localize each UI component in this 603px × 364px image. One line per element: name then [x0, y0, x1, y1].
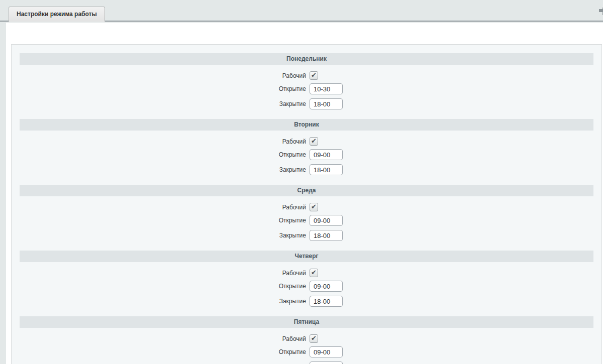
closing-time-input[interactable]: [310, 296, 343, 307]
closing-label: Закрытие: [20, 166, 306, 173]
working-label: Рабочий: [20, 335, 306, 342]
working-label: Рабочий: [20, 72, 306, 79]
day-section-header: Среда: [20, 185, 593, 196]
working-checkbox[interactable]: [310, 269, 318, 277]
closing-time-input[interactable]: [310, 164, 343, 175]
working-checkbox[interactable]: [310, 137, 318, 146]
day-section-header: Четверг: [20, 251, 593, 262]
day-section-header: Вторник: [20, 119, 593, 131]
working-checkbox[interactable]: [310, 203, 318, 211]
day-section-header: Пятница: [20, 316, 593, 328]
opening-time-input[interactable]: [310, 215, 343, 226]
working-label: Рабочий: [20, 204, 306, 211]
working-label: Рабочий: [20, 270, 306, 277]
opening-label: Открытие: [20, 151, 306, 158]
opening-time-input[interactable]: [310, 149, 343, 160]
opening-time-input[interactable]: [310, 346, 343, 357]
day-section-monday: Понедельник Рабочий Открытие Закрытие: [20, 53, 593, 109]
closing-label: Закрытие: [20, 232, 306, 239]
working-checkbox[interactable]: [310, 71, 318, 80]
day-section-friday: Пятница Рабочий Открытие Закрытие: [20, 316, 593, 364]
tab-work-mode-settings[interactable]: Настройки режима работы: [9, 7, 105, 22]
closing-time-input[interactable]: [310, 361, 343, 364]
opening-label: Открытие: [20, 217, 306, 224]
pin-icon: [599, 8, 603, 18]
settings-panel: Понедельник Рабочий Открытие Закрытие Вт…: [11, 44, 602, 364]
day-section-tuesday: Вторник Рабочий Открытие Закрытие: [20, 119, 593, 175]
day-section-thursday: Четверг Рабочий Открытие Закрытие: [20, 251, 593, 307]
tab-bar: Настройки режима работы: [0, 0, 603, 22]
working-checkbox[interactable]: [310, 334, 318, 343]
closing-label: Закрытие: [20, 100, 306, 107]
opening-label: Открытие: [20, 283, 306, 290]
working-label: Рабочий: [20, 138, 306, 145]
closing-label: Закрытие: [20, 298, 306, 305]
opening-time-input[interactable]: [310, 83, 343, 94]
opening-label: Открытие: [20, 85, 306, 92]
opening-time-input[interactable]: [310, 281, 343, 292]
closing-time-input[interactable]: [310, 230, 343, 241]
closing-time-input[interactable]: [310, 98, 343, 109]
opening-label: Открытие: [20, 348, 306, 355]
day-section-wednesday: Среда Рабочий Открытие Закрытие: [20, 185, 593, 241]
day-section-header: Понедельник: [20, 53, 593, 65]
content-card: Понедельник Рабочий Открытие Закрытие Вт…: [6, 23, 603, 364]
